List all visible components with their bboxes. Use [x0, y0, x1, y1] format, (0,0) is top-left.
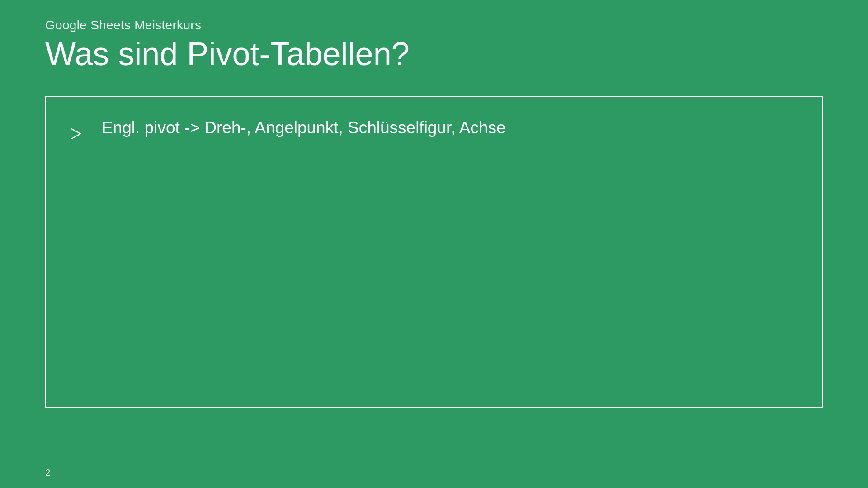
list-item: Engl. pivot -> Dreh-, Angelpunkt, Schlüs… — [69, 116, 799, 140]
bullet-text: Engl. pivot -> Dreh-, Angelpunkt, Schlüs… — [102, 116, 799, 140]
page-number: 2 — [45, 468, 50, 478]
bullet-list: Engl. pivot -> Dreh-, Angelpunkt, Schlüs… — [69, 116, 799, 140]
slide-subtitle: Google Sheets Meisterkurs — [45, 18, 823, 33]
chevron-right-icon — [71, 122, 81, 134]
slide-title: Was sind Pivot-Tabellen? — [45, 37, 823, 71]
slide: Google Sheets Meisterkurs Was sind Pivot… — [0, 0, 868, 488]
content-box: Engl. pivot -> Dreh-, Angelpunkt, Schlüs… — [45, 96, 823, 408]
